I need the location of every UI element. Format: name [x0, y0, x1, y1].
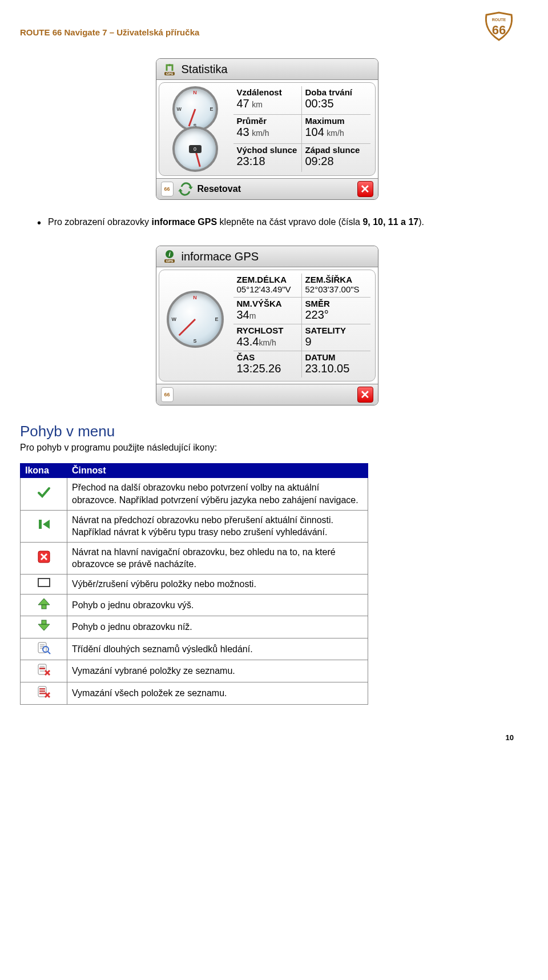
- row-desc: Návrat na předchozí obrazovku nebo přeru…: [67, 510, 368, 542]
- route66-shield-icon: ROUTE 66: [484, 11, 514, 41]
- reset-icon[interactable]: [178, 182, 193, 196]
- close-icon[interactable]: ✕: [357, 387, 373, 403]
- svg-marker-14: [38, 599, 50, 605]
- stat-value: 43: [237, 126, 249, 138]
- stat-label: Průměr: [237, 116, 298, 126]
- gps-titlebar: GPS i informace GPS: [156, 246, 378, 267]
- stats-footer: 66 Resetovat ✕: [156, 178, 378, 199]
- svg-text:66: 66: [492, 23, 506, 37]
- th-icon: Ikona: [21, 464, 67, 478]
- stat-value: 09:28: [305, 155, 334, 167]
- svg-text:GPS: GPS: [166, 259, 173, 263]
- row-desc: Návrat na hlavní navigační obrazovku, be…: [67, 542, 368, 574]
- header-title: ROUTE 66 Navigate 7 – Uživatelská příruč…: [20, 27, 199, 37]
- gps-label: ZEM.ŠÍŘKA: [305, 275, 367, 284]
- scroll-up-icon: [21, 594, 67, 616]
- compass-gauge-icon: N S W E: [172, 86, 218, 132]
- gps-value: 223°: [305, 308, 329, 321]
- table-row: Přechod na další obrazovku nebo potvrzen…: [21, 478, 368, 510]
- page-header: ROUTE 66 Navigate 7 – Uživatelská příruč…: [20, 11, 514, 41]
- svg-rect-26: [39, 668, 45, 669]
- icon-table: Ikona Činnost Přechod na další obrazovku…: [20, 463, 368, 704]
- back-icon: [21, 510, 67, 542]
- row-desc: Vymazání vybrané položky ze seznamu.: [67, 660, 368, 682]
- stat-label: Východ slunce: [237, 145, 298, 155]
- svg-marker-6: [178, 189, 183, 191]
- svg-rect-17: [42, 620, 46, 624]
- stats-titlebar: GPS Statistika: [156, 59, 378, 80]
- route66-mini-icon[interactable]: 66: [161, 387, 174, 402]
- svg-rect-30: [39, 690, 45, 692]
- table-row: Vymazání vybrané položky ze seznamu.: [21, 660, 368, 682]
- svg-rect-31: [39, 693, 45, 694]
- table-row: Pohyb o jednu obrazovku níž.: [21, 616, 368, 638]
- gps-value: 34: [237, 308, 249, 321]
- gps-value: 05°12'43.49"V: [237, 284, 291, 294]
- gps-footer: 66 ✕: [156, 384, 378, 405]
- delete-all-icon: [21, 682, 67, 704]
- reset-button[interactable]: Resetovat: [198, 184, 241, 194]
- delete-item-icon: [21, 660, 67, 682]
- svg-rect-15: [42, 605, 46, 609]
- stats-panel: N S W E 0 Vzdálenost47 km Doba trvání00:…: [159, 82, 376, 176]
- gps-value: 9: [305, 335, 312, 348]
- gps-value: 23.10.05: [305, 362, 350, 375]
- table-row: Pohyb o jednu obrazovku výš.: [21, 594, 368, 616]
- svg-marker-16: [38, 624, 50, 630]
- row-desc: Pohyb o jednu obrazovku výš.: [67, 594, 368, 616]
- table-row: Třídění dlouhých seznamů výsledků hledán…: [21, 638, 368, 660]
- svg-point-4: [168, 64, 171, 66]
- row-desc: Třídění dlouhých seznamů výsledků hledán…: [67, 638, 368, 660]
- gps-label: RYCHLOST: [237, 326, 298, 335]
- row-desc: Vymazání všech položek ze seznamu.: [67, 682, 368, 704]
- home-close-icon: [21, 542, 67, 574]
- stats-screenshot: GPS Statistika N S W E 0: [156, 58, 378, 200]
- row-desc: Výběr/zrušení výběru položky nebo možnos…: [67, 574, 368, 594]
- svg-line-23: [48, 652, 50, 654]
- section-heading: Pohyb v menu: [20, 423, 514, 440]
- svg-marker-12: [43, 520, 50, 529]
- gps-grid: ZEM.DÉLKA05°12'43.49"V ZEM.ŠÍŘKA52°03'37…: [233, 274, 370, 377]
- gps-label: NM.VÝŠKA: [237, 299, 298, 308]
- page-number: 10: [20, 733, 514, 742]
- gps-label: SATELITY: [305, 326, 367, 335]
- stat-value: 00:35: [305, 97, 334, 110]
- gps-screenshot: GPS i informace GPS N S W E ZEM.DÉLKA05°…: [156, 246, 378, 405]
- svg-rect-11: [39, 520, 42, 529]
- stat-label: Maximum: [305, 116, 367, 126]
- gps-label: SMĚR: [305, 299, 367, 308]
- stats-title: Statistika: [182, 63, 228, 76]
- stat-label: Západ slunce: [305, 145, 367, 155]
- stat-value: 47: [237, 97, 249, 110]
- svg-rect-18: [38, 642, 46, 653]
- table-row: Návrat na předchozí obrazovku nebo přeru…: [21, 510, 368, 542]
- row-desc: Pohyb o jednu obrazovku níž.: [67, 616, 368, 638]
- checkbox-icon: [21, 574, 67, 594]
- sort-magnifier-icon: [21, 638, 67, 660]
- stat-value: 23:18: [237, 155, 265, 167]
- gps-info-icon: GPS i: [162, 249, 177, 264]
- gps-title: informace GPS: [182, 250, 259, 263]
- gps-compass: N S W E: [164, 274, 227, 377]
- gps-value: 43.4: [237, 335, 259, 348]
- gps-satellite-icon: GPS: [162, 62, 177, 77]
- gps-value: 13:25.26: [237, 362, 281, 375]
- table-row: Návrat na hlavní navigační obrazovku, be…: [21, 542, 368, 574]
- bullet-paragraph: • Pro zobrazení obrazovky informace GPS …: [37, 216, 485, 228]
- heading-gauge-icon: 0: [172, 126, 218, 172]
- gps-panel: N S W E ZEM.DÉLKA05°12'43.49"V ZEM.ŠÍŘKA…: [159, 270, 376, 381]
- stat-label: Vzdálenost: [237, 87, 298, 97]
- table-row: Vymazání všech položek ze seznamu.: [21, 682, 368, 704]
- row-desc: Přechod na další obrazovku nebo potvrzen…: [67, 478, 368, 510]
- compass-gauge-icon: N S W E: [167, 291, 224, 348]
- svg-text:GPS: GPS: [166, 72, 173, 75]
- stat-value: 104: [305, 126, 324, 138]
- th-action: Činnost: [67, 464, 368, 478]
- scroll-down-icon: [21, 616, 67, 638]
- stats-grid: Vzdálenost47 km Doba trvání00:35 Průměr4…: [233, 86, 370, 172]
- gps-value: 52°03'37.00"S: [305, 284, 360, 294]
- route66-mini-icon[interactable]: 66: [161, 182, 174, 196]
- close-icon[interactable]: ✕: [357, 181, 373, 197]
- gps-label: ZEM.DÉLKA: [237, 275, 298, 284]
- svg-rect-29: [39, 688, 45, 690]
